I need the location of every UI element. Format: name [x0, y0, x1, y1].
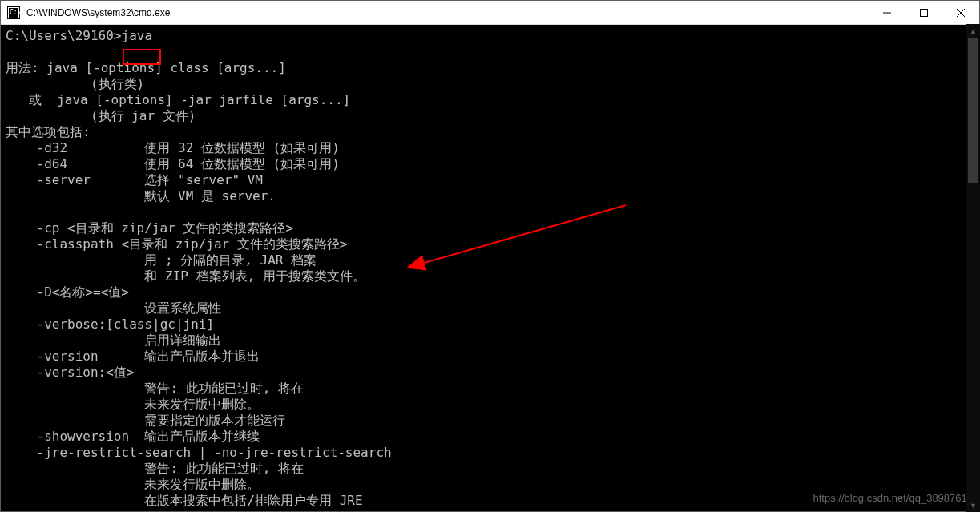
window-title: C:\WINDOWS\system32\cmd.exe [26, 7, 869, 18]
terminal-lines: 用法: java [-options] class [args...] (执行类… [6, 60, 392, 508]
maximize-button[interactable] [905, 1, 942, 24]
minimize-button[interactable] [869, 1, 905, 24]
svg-text:C:\: C:\ [10, 9, 20, 16]
scrollbar-thumb[interactable] [968, 38, 978, 183]
scroll-down-button[interactable]: ▼ [966, 498, 980, 512]
title-bar[interactable]: C:\ C:\WINDOWS\system32\cmd.exe [1, 1, 979, 25]
scroll-up-button[interactable]: ▲ [966, 24, 980, 38]
prompt: C:\Users\29160> [6, 28, 122, 43]
cmd-window: C:\ C:\WINDOWS\system32\cmd.exe C:\Users… [0, 0, 980, 512]
watermark-text: https://blog.csdn.net/qq_38987615 [813, 490, 974, 506]
svg-line-9 [421, 205, 626, 264]
vertical-scrollbar[interactable]: ▲ ▼ [966, 24, 980, 512]
terminal-output[interactable]: C:\Users\29160>java 用法: java [-options] … [1, 25, 979, 511]
cmd-icon: C:\ [7, 6, 20, 19]
window-controls [869, 1, 979, 24]
svg-rect-5 [921, 9, 928, 16]
command-text: java [122, 28, 153, 43]
close-button[interactable] [942, 1, 979, 24]
